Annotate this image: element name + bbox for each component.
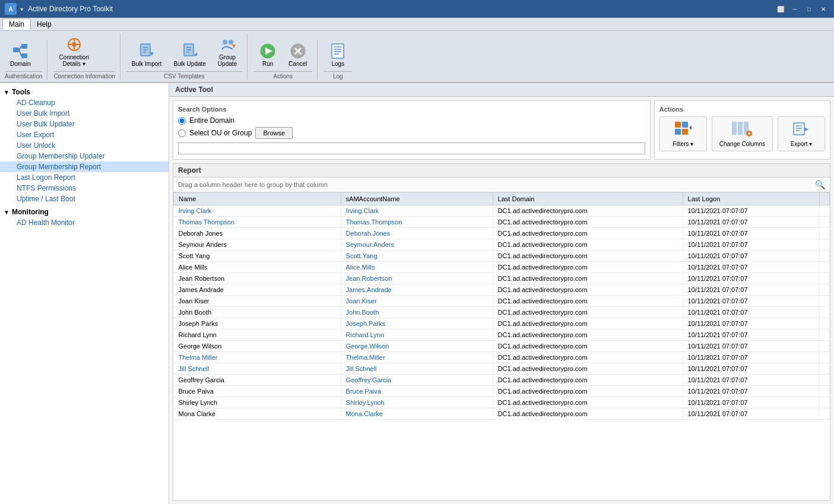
cell-name: Scott Yang [174, 251, 341, 262]
cell-sam: Shirley.Lynch [341, 397, 493, 408]
actions-buttons: Filters ▾ [659, 116, 825, 151]
cell-domain: DC1.ad.activedirectorypro.com [493, 329, 683, 341]
bulk-update-button[interactable]: Bulk Update [168, 40, 211, 70]
search-options-title: Search Options [178, 106, 645, 113]
cell-name: Thomas Thompson [174, 217, 341, 228]
domain-button[interactable]: Domain [5, 40, 36, 70]
table-row[interactable]: Jean Robertson Jean.Robertson DC1.ad.act… [174, 273, 830, 284]
table-container[interactable]: Name sAMAccountName Last Domain Last Log… [173, 192, 830, 500]
cancel-button[interactable]: Cancel [283, 40, 312, 70]
cell-name: Joan Kiser [174, 296, 341, 307]
table-row[interactable]: Thomas Thompson Thomas.Thompson DC1.ad.a… [174, 217, 830, 228]
cell-sam: Thelma.Miller [341, 352, 493, 363]
col-header-name[interactable]: Name [174, 193, 341, 205]
report-header: Report [173, 164, 830, 177]
monitoring-group-header[interactable]: ▼ Monitoring [0, 207, 169, 217]
col-header-domain[interactable]: Last Domain [493, 193, 683, 205]
sidebar-item-user-bulk-updater[interactable]: User Bulk Updater [0, 119, 169, 129]
sidebar-item-ad-cleanup[interactable]: AD Cleanup [0, 97, 169, 108]
browse-button[interactable]: Browse [255, 127, 293, 139]
sidebar-item-ntfs-permissions[interactable]: NTFS Permissions [0, 183, 169, 194]
logs-button[interactable]: Logs [324, 40, 352, 70]
menu-item-help[interactable]: Help [31, 19, 58, 30]
search-icon[interactable]: 🔍 [815, 180, 825, 189]
table-row[interactable]: Mona Clarke Mona.Clarke DC1.ad.activedir… [174, 408, 830, 420]
cell-logon: 10/11/2021 07:07:07 [683, 205, 819, 217]
restore-button[interactable]: ⬜ [775, 4, 787, 14]
col-header-sam[interactable]: sAMAccountName [341, 193, 493, 205]
col-header-logon[interactable]: Last Logon [683, 193, 819, 205]
cell-spacer [820, 205, 830, 217]
table-row[interactable]: Irving Clark Irving.Clark DC1.ad.actived… [174, 205, 830, 217]
entire-domain-radio[interactable] [178, 117, 186, 125]
cell-sam: Jill.Schnell [341, 363, 493, 375]
table-row[interactable]: James Andrade James.Andrade DC1.ad.activ… [174, 284, 830, 296]
cell-name: Seymour Anders [174, 239, 341, 251]
table-row[interactable]: Thelma Miller Thelma.Miller DC1.ad.activ… [174, 352, 830, 363]
window-title: Active Directory Pro Toolkit [28, 5, 113, 13]
maximize-button[interactable]: □ [803, 4, 815, 14]
col-header-spacer [820, 193, 830, 205]
sidebar-item-group-membership-updater[interactable]: Group Membership Updater [0, 151, 169, 161]
svg-rect-1 [21, 44, 27, 49]
tools-group-header[interactable]: ▼ Tools [0, 87, 169, 97]
connection-details-button[interactable]: ConnectionDetails ▾ [53, 33, 94, 70]
sidebar-item-user-unlock[interactable]: User Unlock [0, 140, 169, 151]
table-row[interactable]: Richard Lynn Richard.Lynn DC1.ad.actived… [174, 329, 830, 341]
sidebar-item-uptime-last-boot[interactable]: Uptime / Last Boot [0, 194, 169, 204]
table-row[interactable]: Geoffrey Garcia Geoffrey.Garcia DC1.ad.a… [174, 375, 830, 386]
cell-sam: Deborah.Jones [341, 228, 493, 239]
cell-domain: DC1.ad.activedirectorypro.com [493, 307, 683, 318]
select-ou-radio[interactable] [178, 129, 186, 137]
menu-item-main[interactable]: Main [2, 18, 31, 30]
svg-marker-22 [194, 52, 197, 56]
table-row[interactable]: Joseph Parks Joseph.Parks DC1.ad.actived… [174, 318, 830, 329]
tools-expand-icon: ▼ [4, 89, 9, 96]
table-row[interactable]: Alice Mills Alice.Mills DC1.ad.activedir… [174, 262, 830, 273]
svg-rect-41 [738, 122, 743, 135]
system-menu-icon[interactable]: ▾ [20, 6, 23, 12]
sidebar-item-user-export[interactable]: User Export [0, 129, 169, 140]
sidebar-item-user-bulk-import[interactable]: User Bulk Import [0, 108, 169, 119]
change-columns-button[interactable]: Change Columns [712, 116, 773, 151]
search-text-input[interactable] [178, 142, 645, 154]
table-row[interactable]: George Wilson George.Wilson DC1.ad.activ… [174, 341, 830, 352]
bulk-import-button[interactable]: Bulk Import [126, 40, 167, 70]
minimize-button[interactable]: ─ [789, 4, 801, 14]
cell-logon: 10/11/2021 07:07:07 [683, 251, 819, 262]
close-button[interactable]: ✕ [817, 4, 829, 14]
table-row[interactable]: Seymour Anders Seymour.Anders DC1.ad.act… [174, 239, 830, 251]
sidebar-item-last-logon-report[interactable]: Last Logon Report [0, 172, 169, 183]
table-row[interactable]: Scott Yang Scott.Yang DC1.ad.activedirec… [174, 251, 830, 262]
table-row[interactable]: John Booth John.Booth DC1.ad.activedirec… [174, 307, 830, 318]
table-row[interactable]: Bruce Paiva Bruce.Paiva DC1.ad.activedir… [174, 386, 830, 397]
cell-spacer [820, 408, 830, 420]
run-button[interactable]: Run [253, 40, 282, 70]
table-row[interactable]: Shirley Lynch Shirley.Lynch DC1.ad.activ… [174, 397, 830, 408]
cell-logon: 10/11/2021 07:07:07 [683, 329, 819, 341]
cell-domain: DC1.ad.activedirectorypro.com [493, 363, 683, 375]
cell-sam: George.Wilson [341, 341, 493, 352]
svg-rect-2 [21, 53, 27, 58]
cell-spacer [820, 217, 830, 228]
group-update-icon [219, 36, 236, 53]
domain-icon [12, 43, 28, 59]
table-row[interactable]: Joan Kiser Joan.Kiser DC1.ad.activedirec… [174, 296, 830, 307]
cell-name: John Booth [174, 307, 341, 318]
active-tool-header: Active Tool [169, 83, 834, 97]
cell-name: Joseph Parks [174, 318, 341, 329]
cell-name: James Andrade [174, 284, 341, 296]
select-ou-option: Select OU or Group Browse [178, 127, 645, 139]
table-row[interactable]: Deborah Jones Deborah.Jones DC1.ad.activ… [174, 228, 830, 239]
cell-sam: Geoffrey.Garcia [341, 375, 493, 386]
cell-sam: John.Booth [341, 307, 493, 318]
filters-button[interactable]: Filters ▾ [659, 116, 707, 151]
group-update-button[interactable]: GroupUpdate [213, 33, 242, 70]
report-section: Report Drag a column header here to grou… [173, 163, 830, 501]
sidebar-item-group-membership-report[interactable]: Group Membership Report [0, 161, 169, 172]
sidebar-item-ad-health-monitor[interactable]: AD Health Monitor [0, 217, 169, 228]
toolbar-group-csv: Bulk Import Bulk Update [122, 33, 248, 80]
content-area: ▼ Tools AD Cleanup User Bulk Import User… [0, 83, 834, 504]
export-button[interactable]: Export ▾ [778, 116, 825, 151]
table-row[interactable]: Jill Schnell Jill.Schnell DC1.ad.actived… [174, 363, 830, 375]
